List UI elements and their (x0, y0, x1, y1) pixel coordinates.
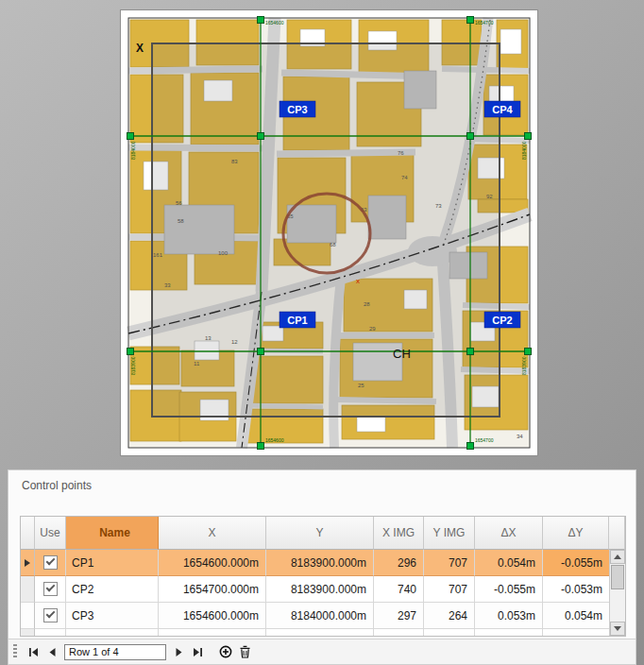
record-position-input[interactable] (64, 644, 166, 660)
grid-y-label: 8183900 (130, 356, 136, 375)
cp2-map-label[interactable]: CP2 (484, 312, 520, 328)
navigator-grip-handle[interactable] (13, 644, 17, 659)
parcel-number: 34 (517, 434, 523, 439)
y-cell[interactable]: 8183900.000m (266, 576, 374, 603)
north-x-marker: X (136, 42, 144, 55)
grid-y-label: 8184000 (521, 141, 527, 160)
first-record-icon (28, 647, 39, 657)
panel-title: Control points (8, 470, 636, 501)
table-row-cp1[interactable]: CP1 1654600.000m 8183900.000m 296 707 0.… (21, 550, 625, 576)
header-scroll-corner (609, 517, 625, 550)
scroll-down-button[interactable] (610, 622, 625, 636)
delta-y-cell[interactable]: -0.053m (543, 576, 609, 603)
header-y[interactable]: Y (266, 517, 374, 550)
use-cell (35, 603, 66, 629)
header-use[interactable]: Use (35, 517, 66, 550)
x-img-cell[interactable]: 740 (374, 576, 424, 603)
grid-x-label: 1654600 (265, 20, 284, 26)
previous-record-button[interactable] (42, 642, 61, 661)
next-record-button[interactable] (169, 642, 188, 661)
header-indicator-cell (21, 517, 35, 550)
red-cross-marker: x (356, 277, 360, 285)
delta-y-cell[interactable]: -0.055m (543, 550, 609, 576)
header-x[interactable]: X (159, 517, 266, 550)
scroll-up-arrow-icon (614, 554, 621, 559)
scrollbar-thumb[interactable] (611, 565, 624, 589)
record-navigator (8, 639, 636, 664)
name-cell[interactable]: CP3 (66, 603, 159, 629)
header-delta-x[interactable]: ΔX (475, 517, 543, 550)
row-indicator (21, 603, 35, 629)
delta-y-cell[interactable]: 0.054m (543, 603, 609, 629)
ch-country-label: CH (393, 347, 411, 361)
header-y-img[interactable]: Y IMG (424, 517, 475, 550)
grid-vertical-scrollbar[interactable] (609, 550, 625, 636)
georeferencing-map[interactable]: 65 68 63 74 73 92 161 33 100 83 13 12 28… (121, 10, 537, 455)
cp3-map-label[interactable]: CP3 (280, 101, 315, 117)
y-cell[interactable]: 8184000.000m (266, 603, 374, 629)
header-name[interactable]: Name (66, 517, 159, 550)
scroll-down-arrow-icon (614, 626, 621, 631)
x-img-cell[interactable]: 296 (374, 550, 424, 576)
name-cell[interactable]: CP1 (66, 550, 159, 576)
table-row-cp3[interactable]: CP3 1654600.000m 8184000.000m 297 264 0.… (21, 603, 625, 629)
x-cell[interactable]: 1654600.000m (159, 550, 266, 576)
trash-icon (239, 645, 251, 658)
grid-x-label: 1654700 (475, 20, 494, 26)
table-row-cp2[interactable]: CP2 1654700.000m 8183900.000m 740 707 -0… (21, 576, 625, 603)
use-cell (35, 576, 66, 603)
use-checkbox[interactable] (43, 582, 58, 596)
control-points-panel: Control points Use Name X Y X IMG Y IMG … (8, 469, 636, 665)
cp1-map-label[interactable]: CP1 (280, 312, 315, 328)
grid-y-label: 8183900 (521, 356, 527, 375)
y-img-cell[interactable]: 707 (424, 576, 475, 603)
cp4-map-label[interactable]: CP4 (484, 101, 520, 117)
y-img-cell[interactable]: 264 (424, 603, 475, 629)
name-cell[interactable]: CP2 (66, 576, 159, 603)
last-record-button[interactable] (188, 642, 207, 661)
use-checkbox[interactable] (43, 555, 58, 570)
x-img-cell[interactable]: 297 (374, 603, 424, 629)
x-cell[interactable]: 1654600.000m (159, 603, 266, 629)
table-row-partial (21, 629, 625, 636)
grid-body: CP1 1654600.000m 8183900.000m 296 707 0.… (21, 550, 625, 636)
header-delta-y[interactable]: ΔY (543, 517, 609, 550)
grid-x-label: 1654700 (475, 437, 494, 443)
row-indicator (21, 550, 35, 576)
grid-x-label: 1654600 (265, 437, 284, 443)
y-cell[interactable]: 8183900.000m (266, 550, 374, 576)
use-cell (35, 550, 66, 576)
cp2-label-text: CP2 (492, 315, 512, 326)
delta-x-cell[interactable]: 0.054m (475, 550, 543, 576)
previous-record-icon (47, 647, 58, 657)
header-x-img[interactable]: X IMG (374, 517, 424, 550)
delta-x-cell[interactable]: -0.055m (475, 576, 543, 603)
map-viewport[interactable]: 65 68 63 74 73 92 161 33 100 83 13 12 28… (120, 9, 538, 456)
use-checkbox[interactable] (43, 608, 58, 622)
row-indicator (21, 629, 35, 636)
next-record-icon (174, 647, 184, 657)
x-cell[interactable]: 1654700.000m (159, 576, 266, 603)
add-plus-circle-icon (219, 645, 232, 658)
grid-header-row: Use Name X Y X IMG Y IMG ΔX ΔY (21, 517, 625, 550)
current-row-arrow-icon (25, 559, 30, 567)
delete-control-point-button[interactable] (235, 642, 254, 661)
row-indicator (21, 576, 35, 603)
application-window: { "map": { "x_marker": "X", "ch_label": … (0, 0, 644, 665)
y-img-cell[interactable]: 707 (424, 550, 475, 576)
control-points-grid: Use Name X Y X IMG Y IMG ΔX ΔY CP1 16546… (20, 516, 626, 637)
delta-x-cell[interactable]: 0.053m (475, 603, 543, 629)
georeference-extent-rectangle[interactable] (152, 43, 500, 417)
cp1-label-text: CP1 (287, 315, 307, 326)
add-control-point-button[interactable] (216, 642, 235, 661)
last-record-icon (193, 647, 203, 657)
cp3-label-text: CP3 (287, 104, 307, 115)
first-record-button[interactable] (24, 642, 42, 661)
scroll-up-button[interactable] (610, 550, 625, 564)
grid-y-label: 8184000 (130, 141, 136, 160)
cp4-label-text: CP4 (492, 104, 513, 115)
